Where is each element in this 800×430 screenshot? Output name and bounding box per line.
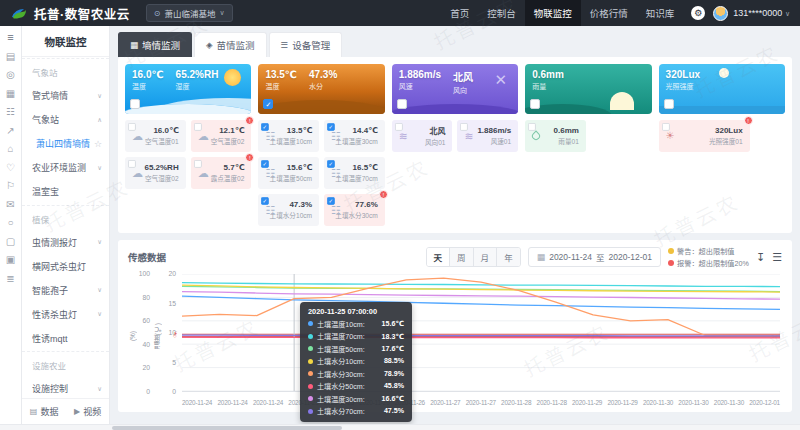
soil-layers-icon[interactable]: ☷ — [6, 107, 15, 117]
reading-label: 温度 — [265, 81, 297, 91]
series-value: 15.6℃ — [376, 319, 404, 328]
target-icon[interactable]: ◎ — [6, 70, 15, 80]
sidebar: 物联监控 气象站管式墒情∨气象站∧萧山四情墒情☆农业环境监测∨温室宝植保虫情测报… — [22, 26, 110, 424]
sensor-tile[interactable]: ☁16.0℃空气温度01 — [125, 120, 186, 152]
x-tick-label: 2020-11-30 — [714, 399, 744, 406]
cloud-icon: ☁ — [132, 168, 143, 179]
threshold-alarm-icon: ○ — [173, 333, 177, 339]
mail-icon[interactable]: ✉ — [6, 200, 14, 210]
home-icon[interactable]: ⌂ — [7, 144, 13, 154]
data-view-icon[interactable]: ☰ — [772, 252, 782, 263]
sidebar-items: 气象站管式墒情∨气象站∧萧山四情墒情☆农业环境监测∨温室宝植保虫情测报灯∨横网式… — [22, 58, 109, 401]
range-button-周[interactable]: 周 — [450, 248, 474, 266]
summary-card-light[interactable]: 320Lux光照强度 — [659, 64, 785, 114]
scrollbar-thumb[interactable] — [112, 426, 342, 430]
calendar-icon[interactable]: ▦ — [6, 89, 15, 99]
archive-icon[interactable]: ▣ — [6, 255, 15, 265]
location-selector[interactable]: ⊙ 萧山临浦基地 ∨ — [146, 4, 233, 22]
tile-label: 风速01 — [477, 136, 511, 146]
tile-label: 土壤温度50cm — [270, 173, 313, 183]
drop-icon — [531, 130, 542, 141]
location-label: 萧山临浦基地 — [164, 7, 215, 19]
download-icon[interactable]: ↧ — [756, 252, 765, 263]
summary-card-sky[interactable]: 16.0℃温度65.2%RH湿度 — [125, 64, 251, 114]
user-menu[interactable]: 131****0000 ∨ — [733, 8, 790, 18]
tab-设备管理[interactable]: ☰设备管理 — [269, 32, 343, 57]
sidebar-item[interactable]: 智能孢子∨ — [22, 278, 109, 302]
summary-card-wind[interactable]: 1.886m/s风速北风风向 — [392, 64, 518, 114]
alert-badge: ! — [245, 153, 254, 162]
card-checkbox[interactable] — [130, 99, 140, 109]
settings-icon[interactable]: ⚙ — [691, 6, 705, 20]
tab-墒情监测[interactable]: ▦墒情监测 — [118, 32, 192, 57]
nav-item[interactable]: 首页 — [441, 0, 478, 26]
nav-item[interactable]: 控制台 — [478, 0, 525, 26]
sensor-tile[interactable]: ≋1.886m/s风速01 — [457, 120, 518, 152]
nav-item[interactable]: 物联监控 — [525, 0, 581, 26]
sidebar-item[interactable]: 设施控制∨ — [22, 377, 109, 401]
tooltip-row: 土壤温度70cm:18.3℃ — [308, 331, 404, 341]
sensor-tile[interactable]: ≋北风风向01 — [392, 120, 453, 152]
trend-icon[interactable]: ↗ — [6, 126, 14, 136]
sensor-tile[interactable]: ☁12.1℃空气温度02! — [191, 120, 252, 152]
user-phone: 131****0000 — [733, 8, 782, 18]
sidebar-item[interactable]: 农业环境监测∨ — [22, 156, 109, 180]
sensor-tile[interactable]: ☷13.5℃土壤温度10cm — [258, 120, 319, 152]
card-checkbox[interactable] — [263, 99, 273, 109]
nav-item[interactable]: 价格行情 — [581, 0, 637, 26]
card-checkbox[interactable] — [664, 99, 674, 109]
tab-苗情监测[interactable]: ◈苗情监测 — [194, 32, 267, 57]
range-button-年[interactable]: 年 — [497, 248, 520, 266]
video-button[interactable]: ▶视频 — [74, 405, 101, 418]
sensor-tile[interactable]: ☷16.5℃土壤温度70cm — [324, 157, 385, 189]
summary-card-soil[interactable]: 13.5℃温度47.3%水分 — [258, 64, 384, 114]
date-range-picker[interactable]: ▦ 2020-11-24 至 2020-12-01 — [528, 247, 661, 267]
sidebar-item[interactable]: 温室宝 — [22, 180, 109, 204]
sensor-tile[interactable]: ☀320Lux光照强度01! — [659, 120, 750, 152]
sensor-tile[interactable]: ☁65.2%RH空气湿度02 — [125, 157, 186, 189]
percent-tick: 100 — [139, 271, 150, 278]
sensor-tile[interactable]: 0.6mm雨量01 — [525, 120, 586, 152]
card-checkbox[interactable] — [397, 99, 407, 109]
sensor-tile[interactable]: ☷15.6℃土壤温度50cm — [258, 157, 319, 189]
tile-label: 土壤水分10cm — [270, 210, 313, 220]
alert-badge: ! — [245, 116, 254, 125]
data-button[interactable]: ▤数据 — [30, 405, 59, 418]
collapse-menu-icon[interactable]: ≡ — [7, 32, 13, 43]
sensor-tile[interactable]: ☷77.6%土壤水分30cm! — [324, 194, 385, 226]
file-icon[interactable]: ▢ — [6, 237, 15, 247]
sidebar-item[interactable]: 性诱杀虫灯∨ — [22, 302, 109, 326]
sidebar-item[interactable]: 横网式杀虫灯 — [22, 254, 109, 278]
avatar[interactable] — [713, 6, 728, 21]
sensor-tile[interactable]: ☷47.3%土壤水分10cm — [258, 194, 319, 226]
card-checkbox[interactable] — [530, 99, 540, 109]
sidebar-title: 物联监控 — [22, 26, 109, 57]
heart-icon[interactable]: ♡ — [6, 163, 15, 173]
cards-grid: 16.0℃温度65.2%RH湿度☁16.0℃空气温度01☁12.1℃空气温度02… — [125, 64, 785, 226]
star-icon[interactable]: ☆ — [94, 139, 102, 149]
sidebar-item[interactable]: 虫情测报灯∨ — [22, 230, 109, 254]
sensor-tile[interactable]: ☁5.7℃露点温度02! — [191, 157, 252, 189]
sidebar-item-label: 虫情测报灯 — [32, 236, 77, 249]
sidebar-item[interactable]: 气象站∧ — [22, 108, 109, 132]
sidebar-item-label: 性诱杀虫灯 — [32, 308, 77, 321]
temp-tick: 5 — [172, 359, 176, 366]
sidebar-item[interactable]: 性诱mqtt — [22, 326, 109, 350]
search-icon[interactable]: ○ — [7, 218, 13, 228]
soil-icon: ☷ — [265, 168, 275, 179]
flag-icon[interactable]: ⚐ — [6, 181, 15, 191]
device-doc-icon[interactable]: ▤ — [6, 52, 15, 62]
range-button-月[interactable]: 月 — [474, 248, 498, 266]
tooltip-row: 土壤水分50cm:45.8% — [308, 381, 404, 391]
series-name: 土壤水分70cm: — [317, 406, 365, 416]
list-icon[interactable]: ≣ — [6, 274, 14, 284]
nav-item[interactable]: 知识库 — [637, 0, 684, 26]
sidebar-item[interactable]: 管式墒情∨ — [22, 84, 109, 108]
reading-label: 水分 — [309, 81, 337, 91]
sidebar-item[interactable]: 萧山四情墒情☆ — [22, 132, 109, 156]
range-button-天[interactable]: 天 — [427, 248, 451, 266]
alert-badge: ! — [744, 116, 753, 125]
sensor-tile[interactable]: ☷14.4℃土壤温度30cm — [324, 120, 385, 152]
line-chart — [182, 274, 780, 392]
summary-card-rain[interactable]: 0.6mm雨量 — [525, 64, 651, 114]
